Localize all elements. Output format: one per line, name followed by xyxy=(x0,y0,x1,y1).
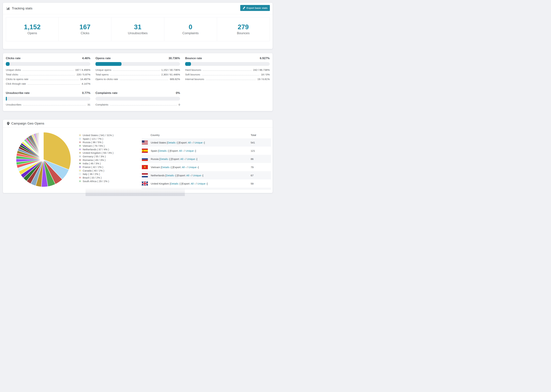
country-name: Russia [ xyxy=(151,158,160,161)
rate-section-complaints-rate: Complaints rate0%Complaints0 xyxy=(95,91,180,108)
country-cell: Vietnam [Details ›] [Export: All › / Uni… xyxy=(151,166,251,169)
rate-title: Unsubscribe rate xyxy=(6,91,30,95)
bracket-text: ] xyxy=(207,182,208,185)
dotted-leader xyxy=(23,70,73,71)
rate-title: Opens rate xyxy=(95,57,111,60)
geo-body: United States ( 541 / 31% )Spain ( 121 /… xyxy=(3,128,273,193)
us-flag-icon xyxy=(142,140,148,145)
rate-row-value: 14.497% xyxy=(80,78,90,81)
rate-head: Complaints rate0% xyxy=(95,91,180,95)
stat-label: Opens xyxy=(28,31,37,35)
legend-item: Brazil ( 33 / 2% ) xyxy=(79,176,113,179)
bracket-text: ] xyxy=(204,141,205,144)
legend-item: Canada ( 40 / 2% ) xyxy=(79,169,113,172)
rate-rows: Unique clicks167 / 4.456%Total clicks220… xyxy=(6,68,90,87)
export-unique-link[interactable]: Unique › xyxy=(187,158,197,161)
bracket-text: ] xyxy=(203,174,203,177)
stat-label: Clicks xyxy=(81,31,89,35)
export-unique-link[interactable]: Unique › xyxy=(194,141,204,144)
export-basic-stats-button[interactable]: Export basic stats xyxy=(240,5,270,11)
legend-label: United States ( 541 / 31% ) xyxy=(83,134,113,137)
legend-item: Vietnam ( 79 / 5% ) xyxy=(79,144,113,147)
export-all-link[interactable]: All › xyxy=(186,174,191,177)
rate-row-label: Click through rate xyxy=(6,82,26,85)
country-cell: United Kingdom [Details ›] [Export: All … xyxy=(151,182,251,185)
rate-value: 0.77% xyxy=(82,91,90,95)
separator-text: / xyxy=(185,158,187,161)
dotted-leader xyxy=(28,84,80,85)
geo-opens-pie-chart[interactable] xyxy=(14,131,72,189)
rate-section-unsubscribe-rate: Unsubscribe rate0.77%Unsubscribes31 xyxy=(6,91,90,108)
legend-swatch xyxy=(79,159,81,161)
legend-label: South Africa ( 29 / 2% ) xyxy=(83,180,109,183)
legend-item: Spain ( 121 / 7% ) xyxy=(79,137,113,140)
dotted-leader xyxy=(110,75,160,75)
rate-value: 30.736% xyxy=(169,57,180,60)
export-unique-link[interactable]: Unique › xyxy=(197,182,207,185)
bracket-text: ] xyxy=(197,158,197,161)
rate-row-value: 31 xyxy=(87,103,90,106)
details-link[interactable]: Details › xyxy=(168,141,177,144)
export-all-link[interactable]: All › xyxy=(191,182,195,185)
rate-head: Bounce rate6.927% xyxy=(185,57,270,60)
stat-label: Bounces xyxy=(237,31,249,35)
bracket-text: ] [Export: xyxy=(175,174,186,177)
table-body: United States [Details ›] [Export: All ›… xyxy=(142,138,271,190)
details-link[interactable]: Details › xyxy=(160,158,170,161)
bracket-text: ] [Export: xyxy=(177,141,188,144)
export-unique-link[interactable]: Unique › xyxy=(188,166,198,169)
stat-value: 167 xyxy=(79,23,91,31)
stat-box-bounces: 279Bounces xyxy=(217,17,270,41)
rate-row-value: 19 / 6.81% xyxy=(257,78,270,81)
rate-row-value: 18 / 0% xyxy=(261,73,270,76)
nl-flag-icon xyxy=(142,173,148,177)
rate-row: Complaints0 xyxy=(95,103,180,108)
country-cell: Spain [Details ›] [Export: All › / Uniqu… xyxy=(151,149,251,152)
legend-item: United Kingdom ( 59 / 3% ) xyxy=(79,151,113,155)
export-unique-link[interactable]: Unique › xyxy=(185,149,195,152)
rate-value: 0% xyxy=(176,91,180,95)
rates-card: Clicks rate4.46%Unique clicks167 / 4.456… xyxy=(3,53,273,111)
country-cell: Netherlands [Details ›] [Export: All › /… xyxy=(151,174,251,177)
table-row-ru: Russia [Details ›] [Export: All › / Uniq… xyxy=(142,155,271,163)
pie-legend: United States ( 541 / 31% )Spain ( 121 /… xyxy=(79,133,113,183)
legend-item: Romania ( 49 / 3% ) xyxy=(79,158,113,162)
rate-row: Total clicks220 / 5.87% xyxy=(6,73,90,78)
export-unique-link[interactable]: Unique › xyxy=(193,174,203,177)
export-all-link[interactable]: All › xyxy=(188,141,192,144)
rate-row: Opens to clicks rate689.82% xyxy=(95,78,180,82)
map-pin-icon xyxy=(7,122,9,125)
rate-rows: Unique opens1,152 / 30.736%Total opens2,… xyxy=(95,68,180,82)
bracket-text: ] [Export: xyxy=(168,149,179,152)
rate-title: Clicks rate xyxy=(6,57,21,60)
legend-label: Vietnam ( 79 / 5% ) xyxy=(83,144,105,147)
total-cell: 121 xyxy=(251,149,271,152)
legend-item: Russia ( 86 / 5% ) xyxy=(79,140,113,144)
details-link[interactable]: Details › xyxy=(159,149,168,152)
separator-text: / xyxy=(186,166,188,169)
country-name: Vietnam [ xyxy=(151,166,162,169)
export-all-link[interactable]: All › xyxy=(180,158,185,161)
rate-head: Unsubscribe rate0.77% xyxy=(6,91,90,95)
dotted-leader xyxy=(206,80,256,80)
rate-row-value: 1,152 / 30.736% xyxy=(161,68,180,71)
table-row-nl: Netherlands [Details ›] [Export: All › /… xyxy=(142,171,271,179)
rate-rows: Hard bounces242 / 86.738%Soft bounces18 … xyxy=(185,68,270,82)
legend-label: Russia ( 86 / 5% ) xyxy=(83,141,103,144)
total-cell: 79 xyxy=(251,166,271,169)
export-all-link[interactable]: All › xyxy=(179,149,184,152)
export-all-link[interactable]: All › xyxy=(182,166,186,169)
rate-section-clicks-rate: Clicks rate4.46%Unique clicks167 / 4.456… xyxy=(6,57,90,87)
campaign-geo-opens-card: Campaign Geo Opens United States ( 541 /… xyxy=(3,119,273,193)
table-row-vn: Vietnam [Details ›] [Export: All › / Uni… xyxy=(142,163,271,171)
total-cell: 59 xyxy=(251,182,271,185)
rate-row: Total opens2,303 / 61.446% xyxy=(95,73,180,78)
vn-flag-icon xyxy=(142,165,148,169)
separator-text: / xyxy=(192,141,195,144)
details-link[interactable]: Details › xyxy=(170,182,180,185)
rate-value: 4.46% xyxy=(82,57,90,60)
rate-rows: Complaints0 xyxy=(95,103,180,108)
rate-row-value: 689.82% xyxy=(170,78,180,81)
details-link[interactable]: Details › xyxy=(166,174,175,177)
details-link[interactable]: Details › xyxy=(162,166,171,169)
